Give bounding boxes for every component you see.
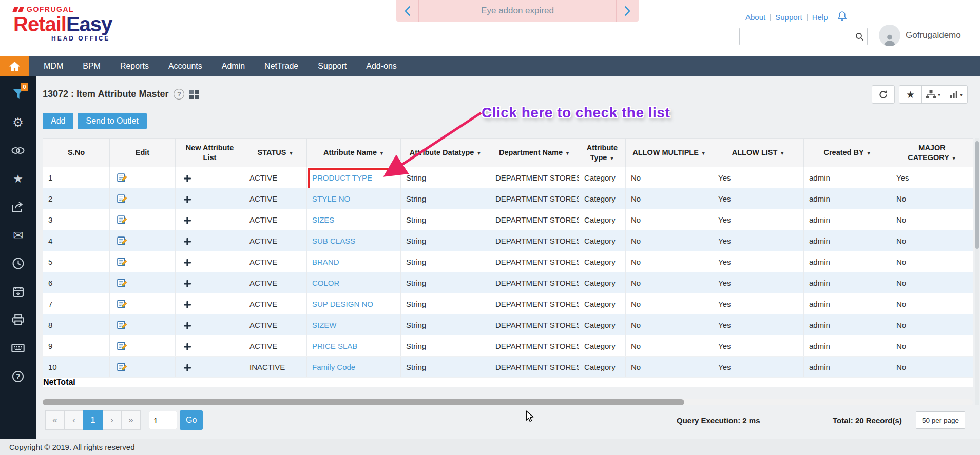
sort-caret-icon[interactable]: ▼ [952, 156, 956, 161]
filter-icon[interactable]: 0 [0, 80, 36, 108]
page-1-button[interactable]: 1 [83, 410, 103, 430]
sort-caret-icon[interactable]: ▼ [379, 151, 384, 156]
banner-prev-icon[interactable] [396, 0, 419, 22]
sort-caret-icon[interactable]: ▼ [476, 151, 481, 156]
nav-item-accounts[interactable]: Accounts [159, 56, 212, 76]
attribute-name-link[interactable]: SIZEW [312, 321, 337, 329]
add-button[interactable]: Add [43, 113, 73, 129]
edit-icon[interactable] [117, 215, 127, 224]
logo-product-red: Retail [13, 13, 66, 35]
banner-next-icon[interactable] [616, 0, 639, 22]
link-icon[interactable] [0, 136, 36, 165]
notification-bell-icon[interactable] [838, 11, 847, 23]
column-header-attribute-type[interactable]: Attribute Type▼ [579, 139, 626, 167]
column-header-attribute-datatype[interactable]: Attribute Datatype▼ [401, 139, 490, 167]
edit-icon[interactable] [117, 173, 127, 182]
nav-item-bpm[interactable]: BPM [73, 56, 110, 76]
go-button[interactable]: Go [180, 410, 203, 430]
support-link[interactable]: Support [775, 13, 802, 22]
last-page-button[interactable]: » [121, 410, 141, 430]
nav-item-add-ons[interactable]: Add-ons [356, 56, 407, 76]
search-input[interactable] [740, 28, 852, 45]
edit-icon[interactable] [117, 321, 127, 329]
column-header-allow-list[interactable]: ALLOW LIST▼ [713, 139, 804, 167]
sort-caret-icon[interactable]: ▼ [609, 156, 614, 161]
edit-icon[interactable] [117, 300, 127, 308]
horizontal-scrollbar[interactable] [43, 399, 973, 405]
add-attribute-plus-icon[interactable] [184, 322, 191, 329]
search-icon[interactable] [852, 32, 867, 41]
sort-caret-icon[interactable]: ▼ [565, 151, 570, 156]
star-icon[interactable]: ★ [0, 165, 36, 193]
mail-icon[interactable]: ✉ [0, 221, 36, 249]
column-header-department-name[interactable]: Department Name▼ [490, 139, 579, 167]
gear-icon[interactable]: ⚙ [0, 108, 36, 136]
page-help-icon[interactable]: ? [174, 89, 184, 100]
attribute-name-link[interactable]: PRODUCT TYPE [312, 173, 372, 182]
add-attribute-plus-icon[interactable] [184, 175, 191, 182]
vertical-scrollbar-thumb[interactable] [975, 141, 979, 249]
help-icon[interactable]: ? [0, 362, 36, 390]
add-attribute-plus-icon[interactable] [184, 301, 191, 308]
next-page-button[interactable]: › [102, 410, 122, 430]
nav-item-nettrade[interactable]: NetTrade [255, 56, 308, 76]
edit-icon[interactable] [117, 194, 127, 203]
column-header-major-category[interactable]: MAJOR CATEGORY▼ [891, 139, 973, 167]
nav-item-mdm[interactable]: MDM [34, 56, 73, 76]
column-header-status[interactable]: STATUS▼ [244, 139, 307, 167]
add-attribute-plus-icon[interactable] [184, 196, 191, 203]
hierarchy-view-button[interactable]: ▾ [921, 85, 945, 104]
sort-caret-icon[interactable]: ▼ [701, 151, 706, 156]
user-menu[interactable]: Gofrugaldemo [879, 25, 961, 46]
attribute-name-link[interactable]: STYLE NO [312, 194, 350, 203]
copyright-text: Copyright © 2019. All rights reserved [9, 443, 135, 451]
edit-icon[interactable] [117, 279, 127, 287]
prev-page-button[interactable]: ‹ [64, 410, 84, 430]
nav-item-reports[interactable]: Reports [110, 56, 159, 76]
about-link[interactable]: About [745, 13, 765, 22]
edit-cell [110, 251, 176, 272]
refresh-button[interactable] [872, 85, 895, 104]
edit-icon[interactable] [117, 236, 127, 245]
add-attribute-plus-icon[interactable] [184, 217, 191, 224]
edit-icon[interactable] [117, 363, 127, 371]
column-header-allow-multiple[interactable]: ALLOW MULTIPLE▼ [626, 139, 713, 167]
column-header-created-by[interactable]: Created BY▼ [804, 139, 891, 167]
add-attribute-plus-icon[interactable] [184, 343, 191, 350]
sort-caret-icon[interactable]: ▼ [289, 151, 293, 156]
attribute-name-link[interactable]: Family Code [312, 363, 355, 371]
nav-item-admin[interactable]: Admin [212, 56, 255, 76]
edit-icon[interactable] [117, 342, 127, 350]
attribute-name-link[interactable]: SIZES [312, 215, 334, 224]
send-to-outlet-button[interactable]: Send to Outlet [78, 113, 146, 129]
horizontal-scrollbar-thumb[interactable] [43, 399, 684, 405]
printer-icon[interactable] [0, 306, 36, 334]
nav-home-button[interactable] [0, 56, 29, 76]
favorite-button[interactable]: ★ [899, 85, 922, 104]
calendar-icon[interactable] [0, 278, 36, 306]
edit-icon[interactable] [117, 258, 127, 266]
clock-icon[interactable] [0, 249, 36, 278]
first-page-button[interactable]: « [45, 410, 65, 430]
attribute-name-link[interactable]: PRICE SLAB [312, 342, 357, 350]
chart-view-button[interactable]: ▾ [945, 85, 968, 104]
keyboard-icon[interactable] [0, 334, 36, 362]
add-attribute-plus-icon[interactable] [184, 280, 191, 287]
send-icon[interactable] [0, 193, 36, 221]
add-attribute-plus-icon[interactable] [184, 364, 191, 371]
vertical-scrollbar[interactable] [975, 138, 979, 405]
help-link[interactable]: Help [812, 13, 828, 22]
sort-caret-icon[interactable]: ▼ [780, 151, 784, 156]
sort-caret-icon[interactable]: ▼ [867, 151, 871, 156]
add-attribute-plus-icon[interactable] [184, 259, 191, 266]
add-attribute-plus-icon[interactable] [184, 238, 191, 245]
page-number-input[interactable] [149, 411, 177, 429]
attribute-name-link[interactable]: BRAND [312, 258, 339, 266]
column-header-attribute-name[interactable]: Attribute Name▼ [307, 139, 401, 167]
grid-menu-icon[interactable] [189, 90, 199, 99]
attribute-name-link[interactable]: SUP DESIGN NO [312, 300, 373, 308]
attribute-name-link[interactable]: COLOR [312, 279, 339, 287]
per-page-select[interactable]: 50 per page [916, 411, 965, 429]
nav-item-support[interactable]: Support [308, 56, 356, 76]
attribute-name-link[interactable]: SUB CLASS [312, 236, 355, 245]
